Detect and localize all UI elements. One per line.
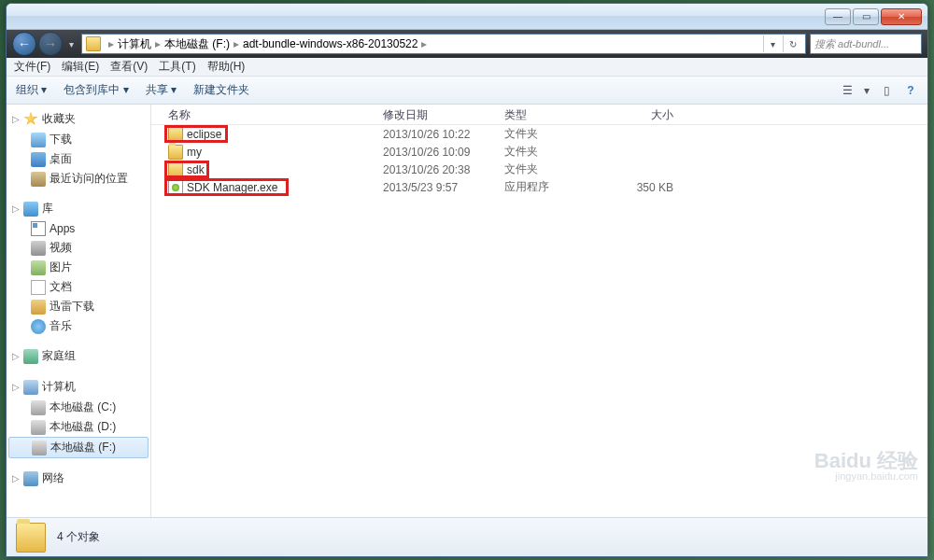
minimize-button[interactable]: — xyxy=(825,8,851,25)
sidebar-item-drive-c[interactable]: 本地磁盘 (C:) xyxy=(7,398,150,417)
desk-icon xyxy=(31,152,46,167)
include-library-button[interactable]: 包含到库中 ▾ xyxy=(64,82,128,98)
favorites-label: 收藏夹 xyxy=(42,111,76,127)
sidebar-item-apps[interactable]: Apps xyxy=(7,219,150,238)
menu-help[interactable]: 帮助(H) xyxy=(207,59,246,75)
sidebar-item-pictures[interactable]: 图片 xyxy=(7,258,150,277)
sidebar-item-label: 最近访问的位置 xyxy=(50,171,128,187)
address-dropdown[interactable]: ▾ xyxy=(763,35,782,52)
homegroup-header[interactable]: ▷ 家庭组 xyxy=(7,345,150,367)
star-icon xyxy=(23,112,38,127)
file-date: 2013/10/26 10:09 xyxy=(375,143,497,161)
organize-button[interactable]: 组织 ▾ xyxy=(16,82,47,98)
watermark-sub: jingyan.baidu.com xyxy=(814,471,918,482)
homegroup-icon xyxy=(23,349,38,364)
drv-icon xyxy=(31,400,46,415)
file-size xyxy=(600,167,693,173)
sidebar-item-drive-d[interactable]: 本地磁盘 (D:) xyxy=(7,417,150,437)
xl-icon xyxy=(31,300,46,315)
breadcrumb-folder[interactable]: adt-bundle-windows-x86-20130522 xyxy=(243,37,417,50)
file-name: SDK Manager.exe xyxy=(187,181,277,194)
menu-tools[interactable]: 工具(T) xyxy=(159,59,195,75)
column-headers: 名称 修改日期 类型 大小 xyxy=(151,105,927,125)
sidebar-item-downloads[interactable]: 下载 xyxy=(7,130,150,149)
column-type[interactable]: 类型 xyxy=(497,105,600,124)
preview-pane-icon[interactable]: ▯ xyxy=(879,83,894,98)
file-name: eclipse xyxy=(187,128,221,141)
file-type: 应用程序 xyxy=(497,176,600,198)
folder-icon xyxy=(16,523,46,553)
libraries-group: ▷ 库 Apps视频图片文档迅雷下载音乐 xyxy=(7,198,150,336)
help-icon[interactable]: ? xyxy=(903,83,918,98)
file-list-pane[interactable]: 名称 修改日期 类型 大小 eclipse2013/10/26 10:22文件夹… xyxy=(151,105,927,517)
view-mode-icon[interactable]: ☰ xyxy=(840,83,855,98)
status-text: 4 个对象 xyxy=(57,529,100,545)
sidebar-item-label: 本地磁盘 (C:) xyxy=(50,399,116,415)
file-size: 350 KB xyxy=(600,178,693,197)
vid-icon xyxy=(31,241,46,256)
nav-history-dropdown[interactable]: ▾ xyxy=(64,35,78,53)
window-controls: — ▭ ✕ xyxy=(825,8,922,25)
sidebar-item-label: 视频 xyxy=(50,240,72,256)
nav-buttons: ← → ▾ xyxy=(12,32,78,56)
sidebar-item-videos[interactable]: 视频 xyxy=(7,238,150,258)
column-date[interactable]: 修改日期 xyxy=(375,105,497,124)
computer-icon xyxy=(23,380,38,395)
libraries-header[interactable]: ▷ 库 xyxy=(7,198,150,219)
sidebar-item-desktop[interactable]: 桌面 xyxy=(7,149,150,169)
folder-icon xyxy=(168,162,183,177)
collapse-icon: ▷ xyxy=(12,382,23,392)
homegroup-label: 家庭组 xyxy=(42,348,76,364)
breadcrumb-sep: ▸ xyxy=(108,37,114,50)
breadcrumb-sep: ▸ xyxy=(421,37,427,50)
app-icon xyxy=(31,221,46,236)
menu-file[interactable]: 文件(F) xyxy=(14,59,50,75)
view-dropdown[interactable]: ▾ xyxy=(864,84,870,97)
address-bar[interactable]: ▸ 计算机 ▸ 本地磁盘 (F:) ▸ adt-bundle-windows-x… xyxy=(81,34,806,54)
menu-bar: 文件(F) 编辑(E) 查看(V) 工具(T) 帮助(H) xyxy=(7,58,927,77)
column-name[interactable]: 名称 xyxy=(151,105,375,124)
menu-edit[interactable]: 编辑(E) xyxy=(62,59,99,75)
content-area: ▷ 收藏夹 下载桌面最近访问的位置 ▷ 库 Apps视频图片文档迅雷下载音乐 ▷ xyxy=(7,105,927,517)
close-button[interactable]: ✕ xyxy=(881,8,922,25)
favorites-header[interactable]: ▷ 收藏夹 xyxy=(7,108,150,130)
watermark: Baidu 经验 jingyan.baidu.com xyxy=(814,451,918,482)
back-button[interactable]: ← xyxy=(12,32,36,56)
new-folder-button[interactable]: 新建文件夹 xyxy=(193,82,249,98)
pic-icon xyxy=(31,260,46,275)
command-toolbar: 组织 ▾ 包含到库中 ▾ 共享 ▾ 新建文件夹 ☰ ▾ ▯ ? xyxy=(7,77,927,105)
refresh-button[interactable]: ↻ xyxy=(783,35,801,52)
favorites-group: ▷ 收藏夹 下载桌面最近访问的位置 xyxy=(7,108,150,189)
collapse-icon: ▷ xyxy=(12,114,23,124)
collapse-icon: ▷ xyxy=(12,203,23,214)
sidebar-item-drive-f[interactable]: 本地磁盘 (F:) xyxy=(8,437,149,458)
sidebar-item-recent[interactable]: 最近访问的位置 xyxy=(7,169,150,189)
file-row[interactable]: SDK Manager.exe2013/5/23 9:57应用程序350 KB xyxy=(151,178,927,196)
column-size[interactable]: 大小 xyxy=(600,105,693,124)
sidebar-item-label: 下载 xyxy=(50,132,72,147)
collapse-icon: ▷ xyxy=(12,351,23,361)
search-input[interactable]: 搜索 adt-bundl... xyxy=(810,34,922,54)
menu-view[interactable]: 查看(V) xyxy=(110,59,148,75)
sidebar-item-music[interactable]: 音乐 xyxy=(7,316,150,336)
breadcrumb-root[interactable]: 计算机 xyxy=(118,36,151,52)
computer-header[interactable]: ▷ 计算机 xyxy=(7,376,150,398)
sidebar-item-xunlei[interactable]: 迅雷下载 xyxy=(7,297,150,316)
breadcrumb-drive[interactable]: 本地磁盘 (F:) xyxy=(164,36,230,52)
sidebar-item-documents[interactable]: 文档 xyxy=(7,277,150,297)
title-bar[interactable]: — ▭ ✕ xyxy=(7,4,927,30)
computer-label: 计算机 xyxy=(42,379,76,395)
folder-icon xyxy=(168,127,183,142)
maximize-button[interactable]: ▭ xyxy=(853,8,879,25)
navigation-pane[interactable]: ▷ 收藏夹 下载桌面最近访问的位置 ▷ 库 Apps视频图片文档迅雷下载音乐 ▷ xyxy=(7,105,151,517)
forward-button[interactable]: → xyxy=(38,32,63,56)
breadcrumb-sep: ▸ xyxy=(234,37,239,50)
network-header[interactable]: ▷ 网络 xyxy=(7,468,150,489)
network-label: 网络 xyxy=(42,470,64,486)
share-button[interactable]: 共享 ▾ xyxy=(146,82,177,98)
file-date: 2013/5/23 9:57 xyxy=(375,178,497,197)
homegroup-group: ▷ 家庭组 xyxy=(7,345,150,367)
address-actions: ▾ ↻ xyxy=(763,35,801,52)
libraries-label: 库 xyxy=(42,201,53,217)
library-icon xyxy=(23,202,38,217)
